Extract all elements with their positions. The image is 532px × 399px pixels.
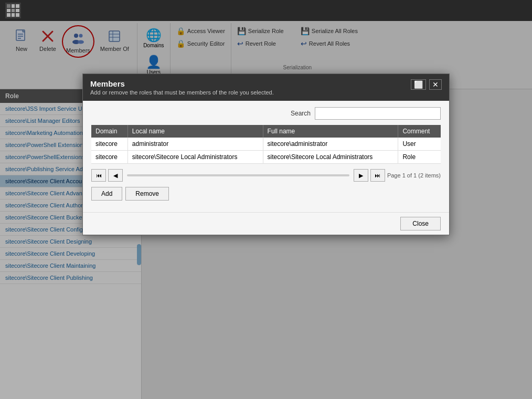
cell-domain-2: sitecore xyxy=(91,151,127,164)
add-button[interactable]: Add xyxy=(91,187,122,201)
table-body: sitecoreadministratorsitecore\administra… xyxy=(91,138,441,164)
cell-local_name-1: administrator xyxy=(127,138,263,151)
table-header-comment: Comment xyxy=(398,125,441,138)
cell-local_name-2: sitecore\Sitecore Local Administrators xyxy=(127,151,263,164)
modal-header: Members Add or remove the roles that mus… xyxy=(83,74,449,101)
cell-comment-1: User xyxy=(398,138,441,151)
cell-full_name-2: sitecore\Sitecore Local Administrators xyxy=(263,151,398,164)
modal-maximize-button[interactable]: ⬜ xyxy=(411,79,426,90)
cell-comment-2: Role xyxy=(398,151,441,164)
modal-close-button[interactable]: ✕ xyxy=(429,79,442,90)
search-input[interactable] xyxy=(315,107,441,120)
modal-overlay: Members Add or remove the roles that mus… xyxy=(0,0,532,399)
modal-header-buttons: ⬜ ✕ xyxy=(411,79,442,90)
members-modal: Members Add or remove the roles that mus… xyxy=(82,74,450,235)
page-info: Page 1 of 1 (2 items) xyxy=(387,172,441,178)
search-row: Search xyxy=(91,107,441,120)
search-label: Search xyxy=(291,110,311,117)
action-row: Add Remove xyxy=(91,187,441,201)
page-next-button[interactable]: ▶ xyxy=(354,169,368,182)
page-first-button[interactable]: ⏮ xyxy=(91,169,106,182)
table-header: DomainLocal nameFull nameComment xyxy=(91,125,441,138)
modal-footer: Close xyxy=(83,212,449,235)
close-button[interactable]: Close xyxy=(400,217,441,230)
modal-subtitle: Add or remove the roles that must be mem… xyxy=(90,89,274,96)
members-table: DomainLocal nameFull nameComment sitecor… xyxy=(91,125,441,164)
page-slider[interactable] xyxy=(127,174,349,176)
cell-full_name-1: sitecore\administrator xyxy=(263,138,398,151)
table-row-2[interactable]: sitecoresitecore\Sitecore Local Administ… xyxy=(91,151,441,164)
table-header-domain: Domain xyxy=(91,125,127,138)
remove-button[interactable]: Remove xyxy=(125,187,169,201)
table-row-1[interactable]: sitecoreadministratorsitecore\administra… xyxy=(91,138,441,151)
pagination-row: ⏮ ◀ ▶ ⏭ Page 1 of 1 (2 items) xyxy=(91,169,441,182)
page-last-button[interactable]: ⏭ xyxy=(370,169,385,182)
modal-body: Search DomainLocal nameFull nameComment … xyxy=(83,101,449,212)
modal-title: Members xyxy=(90,79,274,88)
cell-domain-1: sitecore xyxy=(91,138,127,151)
page-prev-button[interactable]: ◀ xyxy=(108,169,123,182)
table-header-full-name: Full name xyxy=(263,125,398,138)
table-header-local-name: Local name xyxy=(127,125,263,138)
